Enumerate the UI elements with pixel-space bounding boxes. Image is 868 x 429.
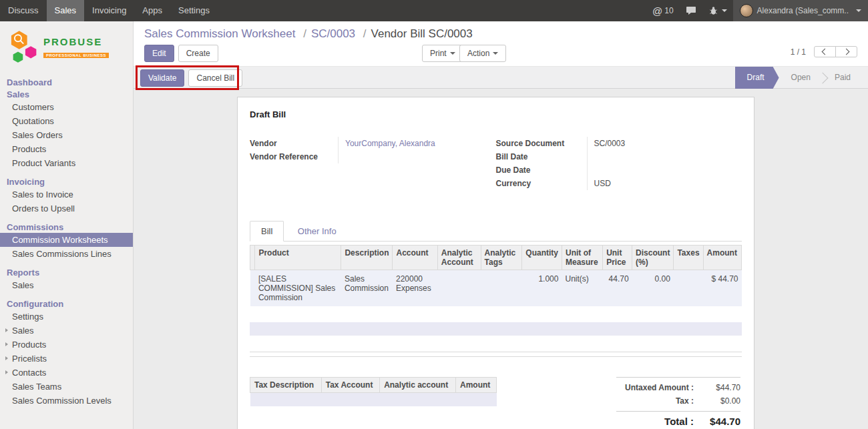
invoice-lines-header-row: Product Description Account Analytic Acc… bbox=[250, 246, 742, 270]
sidebar-item-sales-orders[interactable]: Sales Orders bbox=[0, 128, 133, 142]
col-unit-price: Unit Price bbox=[603, 246, 632, 270]
sidebar-item-label: Sales bbox=[12, 326, 34, 336]
sidebar-item-config-settings[interactable]: Settings bbox=[0, 310, 133, 324]
form-view-buttons: Edit Create bbox=[144, 45, 218, 62]
sidebar-item-label: Contacts bbox=[12, 368, 46, 378]
state-draft[interactable]: Draft bbox=[735, 67, 779, 89]
sidebar-heading-sales[interactable]: Sales bbox=[0, 89, 133, 100]
chevron-right-icon bbox=[843, 49, 850, 55]
sidebar-heading-configuration[interactable]: Configuration bbox=[0, 299, 133, 310]
sidebar-item-commission-worksheets[interactable]: Commission Worksheets bbox=[0, 233, 133, 247]
empty-tax-row bbox=[250, 393, 497, 406]
chevron-left-icon bbox=[822, 49, 829, 55]
sidebar-item-sales-teams[interactable]: Sales Teams bbox=[0, 380, 133, 394]
vendor-value-link[interactable]: YourCompany, Alexandra bbox=[345, 139, 435, 148]
menu-discuss[interactable]: Discuss bbox=[0, 0, 47, 21]
brand-name: PROBUSE bbox=[43, 36, 109, 47]
totals-block: Untaxed Amount : $44.70 Tax : $0.00 Tota… bbox=[616, 377, 740, 429]
sidebar-item-customers[interactable]: Customers bbox=[0, 100, 133, 114]
tax-and-totals: Tax Description Tax Account Analytic acc… bbox=[250, 377, 742, 429]
sidebar-item-label: Products bbox=[12, 340, 46, 350]
sidebar-heading-invoicing[interactable]: Invoicing bbox=[0, 177, 133, 187]
col-taxes: Taxes bbox=[674, 246, 703, 270]
pager-buttons bbox=[814, 46, 857, 57]
create-button[interactable]: Create bbox=[178, 45, 218, 62]
sidebar-item-sales-commission-levels[interactable]: Sales Commission Levels bbox=[0, 394, 133, 408]
empty-section-separator bbox=[250, 352, 742, 357]
cell-quantity: 1.000 bbox=[522, 270, 562, 307]
col-discount: Discount (%) bbox=[632, 246, 674, 270]
messages-button[interactable] bbox=[680, 0, 702, 21]
col-tax-description: Tax Description bbox=[250, 378, 322, 393]
sidebar-item-config-sales[interactable]: Sales bbox=[0, 324, 133, 338]
sidebar-heading-dashboard[interactable]: Dashboard bbox=[0, 77, 133, 88]
form-statusbar: Validate Cancel Bill Draft Open Paid bbox=[134, 66, 868, 89]
pager-previous-button[interactable] bbox=[814, 46, 836, 57]
expand-arrow-icon bbox=[5, 356, 8, 360]
untaxed-amount-row: Untaxed Amount : $44.70 bbox=[616, 381, 740, 394]
sidebar-item-product-variants[interactable]: Product Variants bbox=[0, 156, 133, 170]
sidebar-heading-commissions[interactable]: Commissions bbox=[0, 222, 133, 233]
cell-discount: 0.00 bbox=[632, 270, 674, 307]
pager-next-button[interactable] bbox=[835, 46, 857, 57]
sidebar-item-reports-sales[interactable]: Sales bbox=[0, 278, 133, 292]
tab-other-info[interactable]: Other Info bbox=[287, 222, 347, 241]
due-date-value bbox=[587, 163, 740, 177]
right-field-group: Source Document SC/0003 Bill Date Due Da… bbox=[496, 137, 742, 190]
print-menu-button[interactable]: Print bbox=[422, 45, 463, 62]
probuse-logo: PROBUSE PROFESSIONAL BUSINESS bbox=[0, 21, 133, 71]
breadcrumb-worksheet-link[interactable]: Sales Commission Worksheet bbox=[144, 27, 295, 40]
cancel-bill-button[interactable]: Cancel Bill bbox=[188, 69, 242, 87]
validate-button[interactable]: Validate bbox=[140, 69, 184, 87]
col-product: Product bbox=[255, 246, 341, 270]
empty-line-stripe bbox=[250, 322, 742, 336]
currency-field-row: Currency USD bbox=[496, 177, 742, 190]
mention-count: 10 bbox=[664, 6, 673, 15]
cell-description: Sales Commission bbox=[341, 270, 393, 307]
vendor-field-row: Vendor YourCompany, Alexandra bbox=[250, 137, 496, 150]
app-menus: Discuss Sales Invoicing Apps Settings bbox=[0, 0, 218, 21]
user-menu[interactable]: Alexandra (Sales_comm.. bbox=[733, 0, 868, 21]
cell-taxes bbox=[674, 270, 703, 307]
vendor-reference-field-row: Vendor Reference bbox=[250, 150, 496, 163]
state-open[interactable]: Open bbox=[779, 67, 823, 89]
menu-apps[interactable]: Apps bbox=[134, 0, 170, 21]
sidebar-heading-reports[interactable]: Reports bbox=[0, 268, 133, 278]
sidebar-item-sales-commissions-lines[interactable]: Sales Commissions Lines bbox=[0, 247, 133, 261]
bill-date-field-row: Bill Date bbox=[496, 150, 742, 163]
cell-product: [SALES COMMISSION] Sales Commission bbox=[255, 270, 341, 307]
total-value: $44.70 bbox=[699, 416, 740, 427]
debug-menu-button[interactable] bbox=[702, 0, 733, 21]
sidebar-item-config-contacts[interactable]: Contacts bbox=[0, 366, 133, 380]
user-avatar bbox=[740, 4, 753, 17]
form-view-area: Draft Bill Vendor YourCompany, Alexandra… bbox=[134, 89, 868, 429]
sidebar-item-config-pricelists[interactable]: Pricelists bbox=[0, 352, 133, 366]
tab-bill[interactable]: Bill bbox=[250, 221, 284, 242]
sidebar-item-quotations[interactable]: Quotations bbox=[0, 114, 133, 128]
top-navbar: Discuss Sales Invoicing Apps Settings 10… bbox=[0, 0, 868, 21]
state-paid[interactable]: Paid bbox=[823, 67, 863, 89]
due-date-field-row: Due Date bbox=[496, 163, 742, 177]
tax-table-header-row: Tax Description Tax Account Analytic acc… bbox=[250, 378, 497, 393]
sidebar-item-orders-to-upsell[interactable]: Orders to Upsell bbox=[0, 201, 133, 216]
sidebar-item-products[interactable]: Products bbox=[0, 142, 133, 156]
cell-unit-of-measure: Unit(s) bbox=[562, 270, 602, 307]
form-sheet: Draft Bill Vendor YourCompany, Alexandra… bbox=[237, 97, 754, 429]
control-panel: Sales Commission Worksheet SC/0003 Vendo… bbox=[134, 21, 868, 66]
menu-settings[interactable]: Settings bbox=[170, 0, 218, 21]
action-menu-button[interactable]: Action bbox=[459, 45, 506, 62]
menu-sales[interactable]: Sales bbox=[47, 0, 85, 21]
row-handle-column bbox=[250, 246, 255, 270]
sidebar-item-config-products[interactable]: Products bbox=[0, 338, 133, 352]
tax-lines-table: Tax Description Tax Account Analytic acc… bbox=[250, 377, 497, 406]
caret-down-icon bbox=[493, 52, 498, 55]
action-label: Action bbox=[467, 49, 489, 58]
menu-invoicing[interactable]: Invoicing bbox=[84, 0, 134, 21]
mentions-button[interactable]: 10 bbox=[646, 0, 680, 21]
sidebar: PROBUSE PROFESSIONAL BUSINESS Dashboard … bbox=[0, 21, 134, 429]
breadcrumb-sc0003-link[interactable]: SC/0003 bbox=[298, 27, 355, 40]
invoice-line-row[interactable]: [SALES COMMISSION] Sales Commission Sale… bbox=[250, 270, 742, 307]
sidebar-item-sales-to-invoice[interactable]: Sales to Invoice bbox=[0, 187, 133, 201]
cell-analytic-account bbox=[437, 270, 481, 307]
edit-button[interactable]: Edit bbox=[144, 45, 174, 62]
